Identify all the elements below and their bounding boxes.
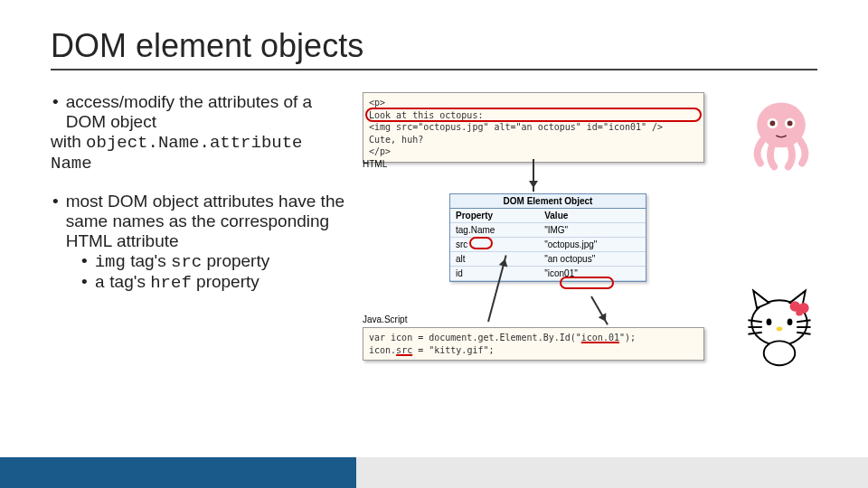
- html-line: <img src="octopus.jpg" alt="an octopus" …: [369, 121, 698, 134]
- red-highlight-icon: [560, 277, 614, 289]
- javascript-label: Java.Script: [363, 314, 407, 324]
- bullet-1-text: access/modify the attributes of a DOM ob…: [66, 92, 354, 132]
- sub-bullet-1: • img tag's src property: [80, 251, 354, 272]
- svg-point-18: [764, 341, 796, 365]
- table-cell: tag.Name: [450, 223, 539, 238]
- js-line: icon.src = "kitty.gif";: [369, 344, 698, 357]
- diagram-area: <p> Look at this octopus: <img src="octo…: [363, 92, 817, 418]
- octopus-image-icon: [736, 90, 826, 177]
- table-header: Property: [450, 209, 539, 223]
- table-cell: "octopus.jpg": [539, 238, 646, 252]
- bullet-dot-icon: •: [81, 272, 88, 293]
- html-label: HTML: [363, 159, 387, 169]
- sub-bullet-2: • a tag's href property: [80, 272, 354, 293]
- arrow-down-icon: [533, 159, 534, 192]
- table-cell: alt: [450, 252, 539, 267]
- bullet-dot-icon: •: [52, 192, 59, 251]
- dom-table-title: DOM Element Object: [450, 194, 646, 209]
- bullet-2-text: most DOM object attributes have the same…: [66, 192, 354, 251]
- content-area: • access/modify the attributes of a DOM …: [51, 92, 817, 418]
- left-column: • access/modify the attributes of a DOM …: [51, 92, 354, 418]
- bullet-2: • most DOM object attributes have the sa…: [51, 192, 354, 293]
- svg-point-6: [767, 318, 772, 325]
- js-line: var icon = document.get.Element.By.Id("i…: [369, 332, 698, 344]
- svg-point-2: [770, 121, 776, 127]
- table-cell: "an octopus": [539, 252, 646, 267]
- footer-bar: [0, 457, 868, 488]
- red-highlight-icon: [365, 108, 702, 122]
- js-code-box: var icon = document.get.Element.By.Id("i…: [363, 327, 704, 361]
- kitty-image-icon: [734, 284, 825, 371]
- svg-point-4: [788, 121, 793, 127]
- bullet-1: • access/modify the attributes of a DOM …: [51, 92, 354, 174]
- table-cell: src: [450, 238, 539, 252]
- arrow-down-icon: [590, 296, 609, 325]
- bullet-1-sub: with object.Name.attribute Name: [51, 132, 354, 174]
- slide-title: DOM element objects: [51, 27, 817, 70]
- svg-point-7: [788, 318, 793, 325]
- svg-point-17: [796, 309, 803, 316]
- red-highlight-icon: [469, 237, 493, 249]
- bullet-dot-icon: •: [52, 92, 59, 132]
- html-line: </p>: [369, 145, 698, 158]
- table-cell: "IMG": [539, 223, 646, 238]
- html-line: Cute, huh?: [369, 134, 698, 146]
- svg-point-8: [777, 327, 783, 332]
- table-header: Value: [539, 209, 646, 223]
- table-cell: id: [450, 267, 539, 281]
- bullet-dot-icon: •: [81, 251, 88, 272]
- html-code-box: <p> Look at this octopus: <img src="octo…: [363, 92, 704, 163]
